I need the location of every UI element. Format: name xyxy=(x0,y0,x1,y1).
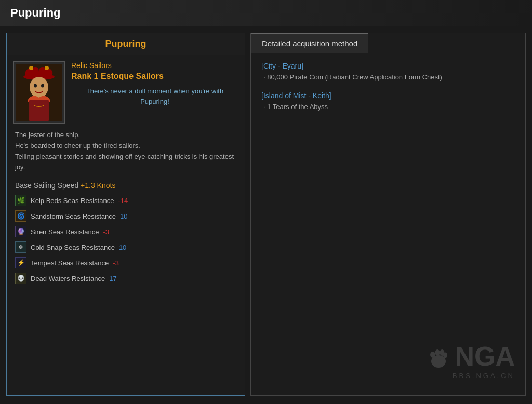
siren-label: Siren Seas Resistance xyxy=(31,228,99,236)
acquisition-block-keith: [Island of Mist - Keith] · 1 Tears of th… xyxy=(261,91,515,111)
tab-header: Detailed acquisition method xyxy=(251,33,525,53)
dead-value: 17 xyxy=(109,275,116,282)
svg-point-2 xyxy=(29,66,33,70)
cold-value: 10 xyxy=(119,244,126,251)
svg-point-5 xyxy=(34,84,37,88)
svg-point-6 xyxy=(41,84,44,88)
sailing-speed-value: +1.3 Knots xyxy=(81,181,115,190)
rank-label: Rank 1 Estoque Sailors xyxy=(71,72,238,81)
character-info: Relic Sailors Rank 1 Estoque Sailors The… xyxy=(71,61,238,106)
kelp-icon: 🌿 xyxy=(15,195,26,206)
dead-label: Dead Waters Resistance xyxy=(31,275,105,282)
sand-icon: 🌀 xyxy=(15,210,26,222)
tempest-value: -3 xyxy=(113,259,119,267)
tab-acquisition[interactable]: Detailed acquisition method xyxy=(251,33,368,53)
stat-row-kelp: 🌿 Kelp Beds Seas Resistance -14 xyxy=(15,195,236,206)
nga-text: NGA xyxy=(455,343,515,370)
title-bar: Pupuring xyxy=(0,0,532,26)
siren-icon: 🔮 xyxy=(15,226,26,237)
stat-row-sandstorm: 🌀 Sandstorm Seas Resistance 10 xyxy=(15,210,236,222)
tempest-icon: ⚡ xyxy=(15,257,26,268)
sand-label: Sandstorm Seas Resistance xyxy=(31,212,116,220)
svg-point-10 xyxy=(435,349,440,356)
relic-label: Relic Sailors xyxy=(71,61,238,70)
flavor-text: There's never a dull moment when you're … xyxy=(71,86,238,106)
cold-label: Cold Snap Seas Resistance xyxy=(31,244,115,251)
nga-url: BBS.NGA.CN xyxy=(453,372,515,380)
character-section: Relic Sailors Rank 1 Estoque Sailors The… xyxy=(7,55,245,130)
nga-paw-icon xyxy=(425,343,451,369)
stat-row-dead: 💀 Dead Waters Resistance 17 xyxy=(15,273,236,284)
location-eyaru: [City - Eyaru] xyxy=(261,62,515,70)
desc-line-2: He's boarded to cheer up the tired sailo… xyxy=(15,141,236,152)
dead-icon: 💀 xyxy=(15,273,26,284)
stats-section: Base Sailing Speed +1.3 Knots 🌿 Kelp Bed… xyxy=(7,179,245,290)
character-svg xyxy=(16,64,62,121)
desc-line-3: Telling pleasant stories and showing off… xyxy=(15,152,236,173)
sailing-speed-label: Base Sailing Speed xyxy=(15,181,78,190)
kelp-value: -14 xyxy=(118,197,128,205)
character-portrait xyxy=(13,61,65,124)
stat-row-cold: ❄ Cold Snap Seas Resistance 10 xyxy=(15,241,236,253)
right-panel: Detailed acquisition method [City - Eyar… xyxy=(250,33,526,396)
tempest-label: Tempest Seas Resistance xyxy=(31,259,109,267)
sailing-speed: Base Sailing Speed +1.3 Knots xyxy=(15,181,236,190)
kelp-label: Kelp Beds Seas Resistance xyxy=(31,197,114,205)
window-title: Pupuring xyxy=(10,6,61,20)
sand-value: 10 xyxy=(120,212,127,220)
svg-point-3 xyxy=(45,66,49,70)
left-panel: Pupuring xyxy=(6,33,245,396)
description-section: The jester of the ship. He's boarded to … xyxy=(7,130,245,179)
desc-line-1: The jester of the ship. xyxy=(15,130,236,141)
svg-rect-7 xyxy=(29,100,49,121)
main-content: Pupuring xyxy=(0,26,532,402)
acquisition-content: [City - Eyaru] · 80,000 Pirate Coin (Rad… xyxy=(251,53,525,129)
nga-watermark: NGA BBS.NGA.CN xyxy=(425,343,515,380)
acquisition-block-eyaru: [City - Eyaru] · 80,000 Pirate Coin (Rad… xyxy=(261,62,515,81)
svg-point-9 xyxy=(430,352,435,358)
siren-value: -3 xyxy=(103,228,110,236)
nga-logo: NGA xyxy=(425,343,515,370)
location-keith: [Island of Mist - Keith] xyxy=(261,91,515,100)
keith-item-1: · 1 Tears of the Abyss xyxy=(261,103,515,111)
stat-row-siren: 🔮 Siren Seas Resistance -3 xyxy=(15,226,236,237)
left-panel-title: Pupuring xyxy=(7,33,245,55)
svg-point-4 xyxy=(30,77,48,98)
eyaru-item-1: · 80,000 Pirate Coin (Radiant Crew Appli… xyxy=(261,73,515,81)
cold-icon: ❄ xyxy=(15,241,26,253)
stat-row-tempest: ⚡ Tempest Seas Resistance -3 xyxy=(15,257,236,268)
svg-point-12 xyxy=(443,353,447,358)
